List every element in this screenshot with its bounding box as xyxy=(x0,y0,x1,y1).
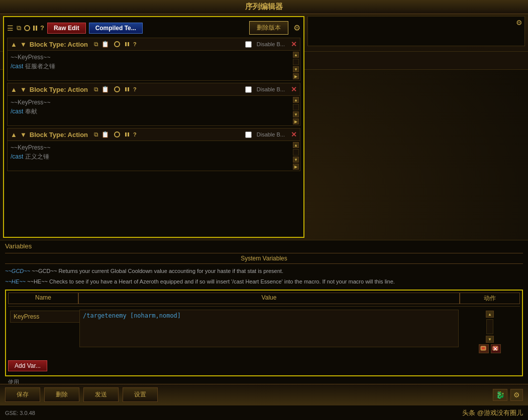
uv-icon-row xyxy=(479,344,501,353)
block-pause-2[interactable] xyxy=(125,87,129,91)
uv-value-textarea[interactable]: /targetenemy [noharm,nomod] xyxy=(79,310,459,347)
block-circle-1[interactable] xyxy=(114,41,120,47)
block-scrollbar-3: ▲ ▼ ▶ xyxy=(293,142,299,170)
scroll-down-3[interactable]: ▼ xyxy=(293,157,299,163)
block-paste-icon-1[interactable]: 📋 xyxy=(101,41,109,48)
block-copy-icon-3[interactable]: ⧉ xyxy=(94,131,98,138)
block-disable-checkbox-3[interactable] xyxy=(245,131,252,138)
block-disable-checkbox-1[interactable] xyxy=(245,41,252,48)
uv-name-input[interactable] xyxy=(10,311,80,323)
circle-icon[interactable] xyxy=(24,25,30,31)
uv-icon-2[interactable] xyxy=(491,344,501,353)
block-content-3: ~~KeyPress~~ /cast 正义之锤 ▲ ▼ ▶ xyxy=(8,141,300,171)
block-content-2: ~~KeyPress~~ /cast 奉献 ▲ ▼ ▶ xyxy=(8,95,300,125)
scroll-right-1[interactable]: ▶ xyxy=(293,73,299,79)
bottom-icon-1[interactable]: 🐉 xyxy=(493,389,507,401)
block-question-2[interactable]: ? xyxy=(133,86,137,92)
right-panel-top-icon[interactable]: ⚙ xyxy=(516,19,522,27)
block-down-icon-1[interactable]: ▼ xyxy=(20,41,27,48)
send-button[interactable]: 发送 xyxy=(83,387,119,402)
block-circle-3[interactable] xyxy=(114,131,120,137)
raw-edit-button[interactable]: Raw Edit xyxy=(47,23,86,34)
variables-title: Variables xyxy=(5,242,523,250)
block-question-3[interactable]: ? xyxy=(133,131,137,137)
question-icon[interactable]: ? xyxy=(40,24,44,32)
list-icon[interactable]: ☰ xyxy=(7,24,14,32)
block-code-3: ~~KeyPress~~ /cast 正义之锤 xyxy=(11,143,297,161)
block-close-icon-1[interactable]: ✕ xyxy=(291,40,297,48)
compiled-te-button[interactable]: Compiled Te... xyxy=(89,23,143,34)
block-disable-label-2: Disable B... xyxy=(257,86,285,92)
block-code-line1-2: ~~KeyPress~~ xyxy=(11,98,297,107)
uv-col-action-header: 动作 xyxy=(460,293,520,304)
window-title: 序列编辑器 xyxy=(245,2,283,12)
block-disable-label-1: Disable B... xyxy=(257,41,285,47)
block-disable-checkbox-2[interactable] xyxy=(245,86,252,93)
block-down-icon-2[interactable]: ▼ xyxy=(20,86,27,93)
block-code-line2-3: /cast 正义之锤 xyxy=(11,152,297,161)
block-circle-2[interactable] xyxy=(114,86,120,92)
block-code-2: ~~KeyPress~~ /cast 奉献 xyxy=(11,98,297,116)
block-item-1: ▲ ▼ Block Type: Action ⧉ 📋 ? xyxy=(7,38,300,81)
delete-version-button[interactable]: 删除版本 xyxy=(249,21,288,35)
scroll-down-2[interactable]: ▼ xyxy=(293,111,299,117)
block-title-2: Block Type: Action xyxy=(30,86,88,93)
block-title-3: Block Type: Action xyxy=(30,131,88,138)
settings-button[interactable]: 设置 xyxy=(123,387,158,402)
cast-keyword-2: /cast xyxy=(11,108,23,115)
svg-rect-4 xyxy=(482,347,485,349)
copy-icon[interactable]: ⧉ xyxy=(17,24,21,32)
very-bottom: GSE: 3.0.48 头条 @游戏没有圈儿 xyxy=(0,405,528,420)
bottom-settings-icon[interactable]: ⚙ xyxy=(510,389,523,401)
uv-col-name-header: Name xyxy=(8,293,78,304)
gcd-description: ~~GCD~~ Returns your current Global Cool… xyxy=(32,268,283,274)
uv-col-value-header: Value xyxy=(78,293,460,304)
uv-icon-1[interactable] xyxy=(479,344,489,353)
block-header-1: ▲ ▼ Block Type: Action ⧉ 📋 ? xyxy=(8,38,300,50)
block-code-line2-2: /cast 奉献 xyxy=(11,107,297,116)
pause-icon[interactable] xyxy=(33,26,37,31)
block-copy-icon-2[interactable]: ⧉ xyxy=(94,86,98,93)
block-pause-3[interactable] xyxy=(125,132,129,136)
settings-icon[interactable]: ⚙ xyxy=(293,23,300,33)
block-pause-1[interactable] xyxy=(125,42,129,46)
block-title-1: Block Type: Action xyxy=(30,41,88,48)
scroll-up-2[interactable]: ▲ xyxy=(293,97,299,103)
scroll-right-3[interactable]: ▶ xyxy=(293,164,299,170)
block-paste-icon-2[interactable]: 📋 xyxy=(101,86,109,93)
block-item-2: ▲ ▼ Block Type: Action ⧉ 📋 ? xyxy=(7,83,300,126)
uv-scroll-down[interactable]: ▼ xyxy=(486,336,494,343)
block-copy-icon-1[interactable]: ⧉ xyxy=(94,41,98,48)
scroll-down-1[interactable]: ▼ xyxy=(293,66,299,72)
block-header-2: ▲ ▼ Block Type: Action ⧉ 📋 ? xyxy=(8,83,300,95)
block-item-3: ▲ ▼ Block Type: Action ⧉ 📋 ? xyxy=(7,128,300,171)
add-var-button[interactable]: Add Var... xyxy=(8,360,47,371)
scroll-up-1[interactable]: ▲ xyxy=(293,52,299,58)
delete-button[interactable]: 删除 xyxy=(44,387,79,402)
top-bar: 序列编辑器 xyxy=(0,0,528,14)
cast-keyword-1: /cast xyxy=(11,63,23,70)
scroll-right-2[interactable]: ▶ xyxy=(293,118,299,124)
block-up-icon-1[interactable]: ▲ xyxy=(11,41,17,48)
save-button[interactable]: 保存 xyxy=(5,387,40,402)
block-close-icon-2[interactable]: ✕ xyxy=(291,85,297,93)
block-code-line1-3: ~~KeyPress~~ xyxy=(11,143,297,152)
system-variables-header: System Variables xyxy=(5,253,523,264)
block-up-icon-2[interactable]: ▲ xyxy=(11,86,17,93)
block-content-1: ~~KeyPress~~ /cast 征服者之锤 ▲ ▼ ▶ xyxy=(8,50,300,80)
bottom-bar: 保存 删除 发送 设置 🐉 ⚙ xyxy=(0,384,528,405)
he-variable-text: ~~HE~~ ~~HE~~ Checks to see if you have … xyxy=(5,277,523,287)
block-up-icon-3[interactable]: ▲ xyxy=(11,131,17,138)
block-question-1[interactable]: ? xyxy=(133,41,137,47)
scroll-up-3[interactable]: ▲ xyxy=(293,142,299,148)
he-description: ~~HE~~ Checks to see if you have a Heart… xyxy=(27,278,395,285)
block-code-line2-1: /cast 征服者之锤 xyxy=(11,62,297,71)
cast-keyword-3: /cast xyxy=(11,153,23,160)
block-paste-icon-3[interactable]: 📋 xyxy=(101,131,109,138)
block-code-1: ~~KeyPress~~ /cast 征服者之锤 xyxy=(11,53,297,71)
uv-scroll-up[interactable]: ▲ xyxy=(486,311,494,318)
block-down-icon-3[interactable]: ▼ xyxy=(20,131,27,138)
block-scrollbar-1: ▲ ▼ ▶ xyxy=(293,52,299,79)
block-close-icon-3[interactable]: ✕ xyxy=(291,130,297,138)
he-highlight: ~~HE~~ xyxy=(5,278,26,285)
